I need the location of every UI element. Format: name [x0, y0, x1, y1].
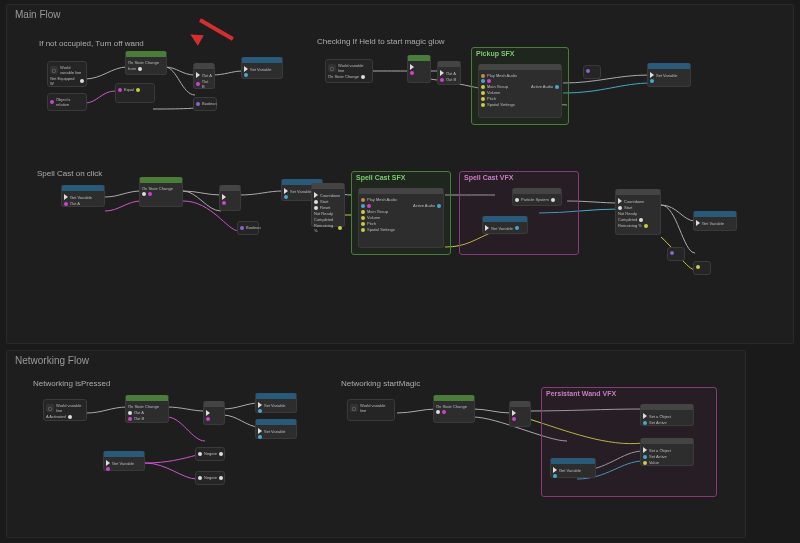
node-get-var-np[interactable]: Get Variable: [103, 451, 145, 471]
node-countdown-2[interactable]: Countdown Start Not Ready Completed Rema…: [615, 189, 661, 235]
node-get-var-end[interactable]: Get Variable: [693, 211, 737, 231]
node-state-change-3[interactable]: On State Change: [139, 177, 183, 207]
group-persistent-wand-title: Persistant Wand VFX: [546, 390, 616, 397]
group-pickup-sfx-title: Pickup SFX: [476, 50, 515, 57]
node-play-audio-1[interactable]: Play Mesh Audio Main GroupActive Audio V…: [478, 64, 562, 118]
node-bool-end-2[interactable]: [693, 261, 711, 275]
node-state-change-4[interactable]: On State Change Out A Out B: [125, 395, 169, 423]
doc-icon: ▢: [50, 66, 58, 74]
node-bool-pickup[interactable]: [583, 65, 601, 79]
node-split-2[interactable]: [219, 185, 241, 211]
comment-checking-held: Checking If Held to start magic glow: [317, 37, 445, 46]
group-spell-sfx-title: Spell Cast SFX: [356, 174, 405, 181]
node-split-3[interactable]: [203, 401, 225, 425]
node-set-active-1[interactable]: Set a Object Set Active: [640, 404, 694, 426]
doc-icon: ▢: [46, 404, 54, 412]
node-get-var-2[interactable]: Get Variable: [482, 216, 528, 234]
node-set-active-2[interactable]: Set a Object Set Active Value: [640, 438, 694, 466]
node-set-var-np1[interactable]: Set Variable: [255, 393, 297, 413]
networking-flow-section: Networking Flow Networking isPressed Net…: [6, 350, 746, 538]
node-boolean-2[interactable]: Boolean: [237, 221, 259, 235]
node-object-relative[interactable]: Object's relative: [47, 93, 87, 111]
comment-turn-off: If not occupied, Turn off wand: [39, 39, 144, 48]
main-flow-title: Main Flow: [7, 5, 793, 24]
networking-flow-title: Networking Flow: [7, 351, 745, 370]
node-negate-1[interactable]: Negate: [195, 447, 225, 461]
node-countdown-1[interactable]: Countdown Start Reset Not Ready Complete…: [311, 183, 345, 227]
comment-net-start: Networking startMagic: [341, 379, 420, 388]
group-pickup-sfx: Pickup SFX Play Mesh Audio Main GroupAct…: [471, 47, 569, 125]
node-activated[interactable]: ▢World variable line A Activated: [43, 399, 87, 421]
node-get-var-nm[interactable]: Get Variable: [550, 458, 596, 478]
node-boolean-1[interactable]: Boolean: [193, 97, 217, 111]
group-spell-vfx-title: Spell Cast VFX: [464, 174, 513, 181]
node-world-variable[interactable]: ▢World variable line Get Equipped W: [47, 61, 87, 87]
node-bool-end[interactable]: [667, 247, 685, 261]
node-state-change-5[interactable]: On State Change: [433, 395, 475, 423]
node-state-change-1[interactable]: On State Change from: [125, 51, 167, 75]
node-world-var-nm[interactable]: ▢World variable line: [347, 399, 395, 421]
node-state-change-2[interactable]: [407, 55, 431, 83]
main-flow-section: Main Flow If not occupied, Turn off wand…: [6, 4, 794, 344]
node-world-variable-2[interactable]: ▢World variable line On State Change: [325, 59, 373, 83]
node-set-var-1[interactable]: Set Variable: [241, 57, 283, 79]
group-spell-sfx: Spell Cast SFX Play Mesh Audio Active Au…: [351, 171, 451, 255]
node-equal-1[interactable]: Equal: [115, 83, 155, 103]
node-set-var-np2[interactable]: Set Variable: [255, 419, 297, 439]
node-branch-1[interactable]: Out A Out B: [437, 61, 461, 85]
node-set-var-2[interactable]: Set Variable: [647, 63, 691, 87]
node-split-4[interactable]: [509, 401, 531, 427]
group-persistent-wand: Persistant Wand VFX Set a Object Set Act…: [541, 387, 717, 497]
group-spell-vfx: Spell Cast VFX Particle System Get Varia…: [459, 171, 579, 255]
doc-icon: ▢: [328, 64, 336, 72]
node-split-1[interactable]: Out A Out B: [193, 63, 215, 89]
node-play-audio-2[interactable]: Play Mesh Audio Active Audio Main Group …: [358, 188, 444, 248]
comment-spell-cast: Spell Cast on click: [37, 169, 102, 178]
node-get-var-1[interactable]: Get Variable Out A: [61, 185, 105, 207]
comment-net-pressed: Networking isPressed: [33, 379, 110, 388]
node-negate-2[interactable]: Negate: [195, 471, 225, 485]
node-particle-1[interactable]: Particle System: [512, 188, 562, 206]
doc-icon: ▢: [350, 404, 358, 412]
